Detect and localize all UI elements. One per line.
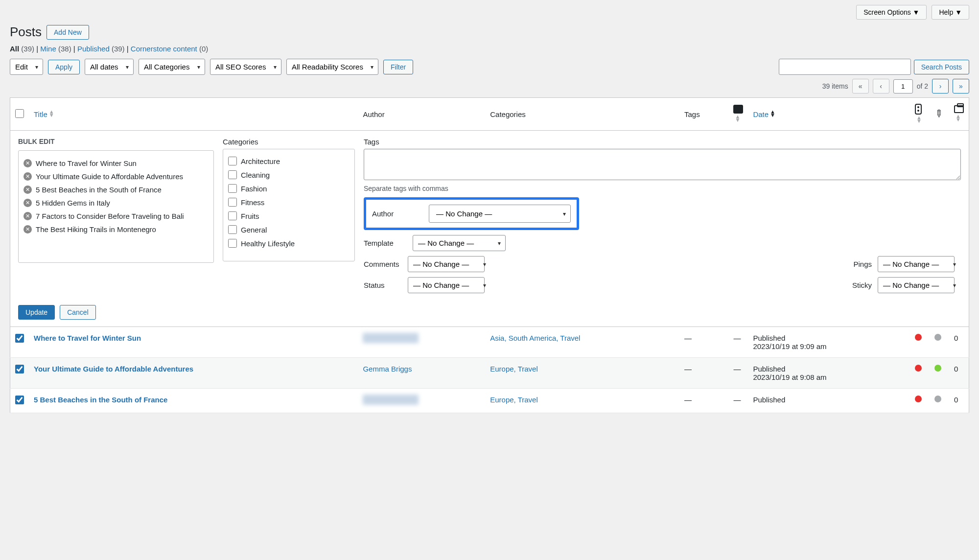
template-select[interactable]: — No Change —: [413, 235, 506, 251]
category-item[interactable]: Fitness: [228, 195, 350, 209]
screen-options-button[interactable]: Screen Options ▼: [856, 5, 927, 20]
col-comments[interactable]: ▲▼: [728, 98, 748, 131]
col-date[interactable]: Date▲▼: [748, 98, 910, 131]
col-author[interactable]: Author: [358, 98, 485, 131]
row-checkbox[interactable]: [15, 396, 24, 404]
next-page-button[interactable]: ›: [932, 79, 949, 93]
category-checkbox[interactable]: [228, 184, 237, 193]
sort-icon: ▲▼: [735, 115, 740, 121]
filter-published[interactable]: Published: [77, 45, 110, 53]
category-checkbox[interactable]: [228, 170, 237, 179]
status-label: Status: [364, 281, 408, 289]
tags-value: —: [684, 396, 692, 404]
bulk-title-item: 7 Factors to Consider Before Traveling t…: [36, 212, 184, 220]
select-all-checkbox[interactable]: [15, 109, 24, 118]
readability-select[interactable]: All Readability Scores: [286, 59, 378, 75]
update-button[interactable]: Update: [18, 305, 55, 320]
remove-icon[interactable]: ✕: [23, 199, 32, 207]
col-tags[interactable]: Tags: [679, 98, 728, 131]
post-title-link[interactable]: 5 Best Beaches in the South of France: [34, 396, 167, 404]
filter-all[interactable]: All: [10, 45, 19, 53]
categories-select[interactable]: All Categories: [139, 59, 205, 75]
filter-cornerstone[interactable]: Cornerstone content: [131, 45, 197, 53]
remove-icon[interactable]: ✕: [23, 172, 32, 181]
links-count: 0: [954, 396, 958, 404]
row-checkbox[interactable]: [15, 365, 24, 373]
categories-link[interactable]: Asia, South America, Travel: [490, 334, 580, 342]
author-link[interactable]: Gemma Briggs: [363, 365, 412, 373]
filter-mine[interactable]: Mine: [40, 45, 56, 53]
readability-dot: [934, 396, 941, 402]
seo-score-dot: [915, 334, 922, 341]
comment-icon: [733, 105, 743, 114]
col-seo-score[interactable]: ▲▼: [910, 98, 930, 131]
add-new-button[interactable]: Add New: [47, 25, 89, 40]
col-links[interactable]: ▲▼: [949, 98, 969, 131]
screen-options-label: Screen Options: [863, 8, 911, 16]
remove-icon[interactable]: ✕: [23, 225, 32, 233]
categories-link[interactable]: Europe, Travel: [490, 396, 538, 404]
comments-label: Comments: [364, 260, 408, 268]
links-count: 0: [954, 365, 958, 373]
remove-icon[interactable]: ✕: [23, 159, 32, 167]
category-checkbox[interactable]: [228, 239, 237, 248]
comments-select[interactable]: — No Change —: [408, 256, 485, 272]
category-item[interactable]: General: [228, 223, 350, 236]
status-select[interactable]: — No Change —: [408, 277, 485, 293]
sort-icon: ▲▼: [770, 110, 775, 117]
search-posts-button[interactable]: Search Posts: [914, 60, 969, 74]
category-checkbox[interactable]: [228, 198, 237, 207]
readability-dot: [934, 365, 941, 372]
feather-icon: [934, 109, 944, 118]
category-item[interactable]: Architecture: [228, 154, 350, 168]
author-link[interactable]: hollysantamera: [363, 395, 419, 405]
sort-icon: ▲▼: [49, 110, 54, 117]
filter-published-count: (39): [112, 45, 125, 53]
help-button[interactable]: Help ▼: [932, 5, 969, 20]
post-title-link[interactable]: Where to Travel for Winter Sun: [34, 334, 141, 342]
total-pages-label: of 2: [917, 82, 928, 90]
sticky-label: Sticky: [852, 281, 872, 289]
filter-button[interactable]: Filter: [383, 60, 413, 74]
filter-cornerstone-count: (0): [199, 45, 208, 53]
help-label: Help: [939, 8, 953, 16]
category-item[interactable]: Fashion: [228, 182, 350, 195]
bulk-title-item: 5 Hidden Gems in Italy: [36, 199, 110, 207]
pings-select[interactable]: — No Change —: [878, 256, 955, 272]
col-readability[interactable]: [930, 98, 949, 131]
table-row: Where to Travel for Winter Sun hollysant…: [10, 327, 969, 358]
prev-page-button[interactable]: ‹: [873, 79, 889, 93]
category-checkbox[interactable]: [228, 225, 237, 234]
post-title-link[interactable]: Your Ultimate Guide to Affordable Advent…: [34, 365, 193, 373]
remove-icon[interactable]: ✕: [23, 212, 32, 220]
dates-select[interactable]: All dates: [85, 59, 134, 75]
author-label: Author: [372, 210, 409, 218]
filter-all-count: (39): [21, 45, 34, 53]
first-page-button[interactable]: «: [852, 79, 869, 93]
col-title[interactable]: Title▲▼: [29, 98, 358, 131]
tags-hint: Separate tags with commas: [364, 185, 961, 192]
last-page-button[interactable]: »: [953, 79, 969, 93]
author-select[interactable]: — No Change —: [429, 205, 571, 223]
author-link[interactable]: hollysantamera: [363, 333, 419, 343]
col-categories[interactable]: Categories: [485, 98, 679, 131]
search-input[interactable]: [779, 59, 911, 75]
category-item[interactable]: Cleaning: [228, 168, 350, 182]
sticky-select[interactable]: — No Change —: [878, 277, 955, 293]
tags-textarea[interactable]: [364, 149, 961, 180]
category-item[interactable]: Healthy Lifestyle: [228, 236, 350, 250]
row-checkbox[interactable]: [15, 334, 24, 343]
current-page-input[interactable]: [893, 79, 913, 93]
bulk-title-item: Where to Travel for Winter Sun: [36, 159, 137, 167]
category-checkbox[interactable]: [228, 157, 237, 165]
post-status-filters: All (39) | Mine (38) | Published (39) | …: [10, 45, 969, 53]
seo-select[interactable]: All SEO Scores: [210, 59, 281, 75]
cancel-button[interactable]: Cancel: [60, 305, 96, 320]
remove-icon[interactable]: ✕: [23, 186, 32, 194]
category-item[interactable]: Fruits: [228, 209, 350, 223]
categories-link[interactable]: Europe, Travel: [490, 365, 538, 373]
bulk-action-select[interactable]: Edit: [10, 59, 43, 75]
tags-value: —: [684, 334, 692, 342]
apply-button[interactable]: Apply: [48, 60, 80, 74]
category-checkbox[interactable]: [228, 211, 237, 220]
